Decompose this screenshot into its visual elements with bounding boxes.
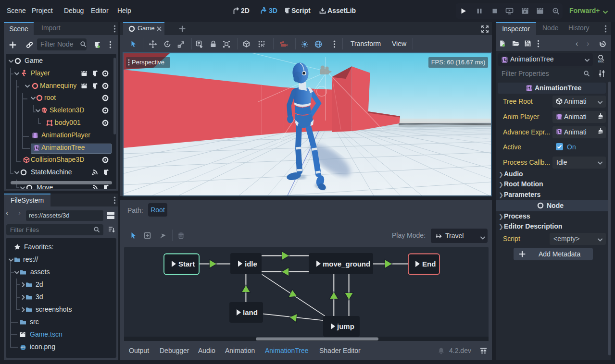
- svg-text:DOC: DOC: [598, 60, 604, 63]
- svg-text:idle: idle: [245, 260, 257, 268]
- svg-text:End: End: [422, 260, 436, 268]
- svg-text:move_ground: move_ground: [323, 260, 370, 268]
- svg-text:land: land: [243, 308, 258, 316]
- svg-text:Start: Start: [178, 260, 195, 268]
- svg-text:jump: jump: [337, 322, 354, 330]
